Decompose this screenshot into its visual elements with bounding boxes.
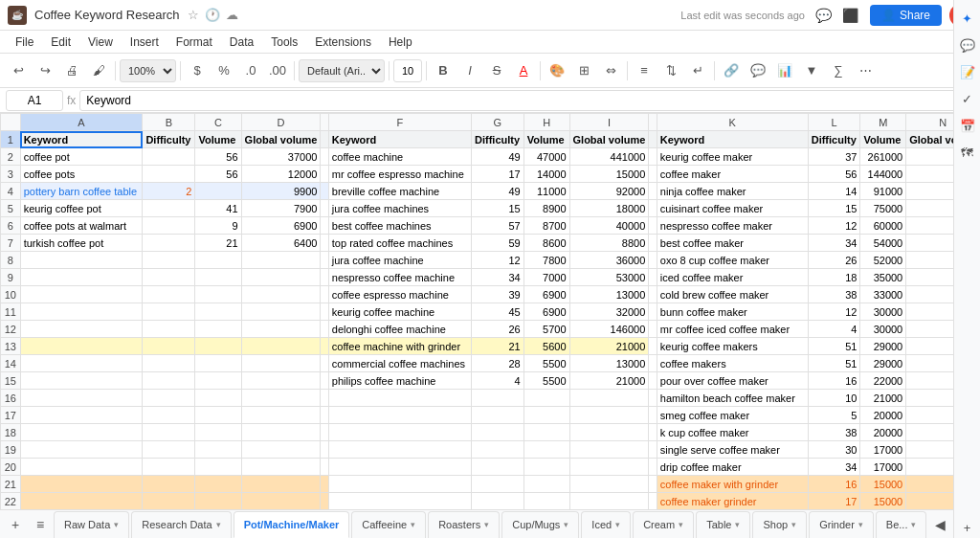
cell[interactable]: coffee espresso machine bbox=[328, 286, 471, 303]
cell[interactable]: 5500 bbox=[523, 355, 569, 372]
cell[interactable]: 21 bbox=[195, 235, 241, 252]
cell[interactable]: coffee maker grinder bbox=[657, 493, 808, 510]
cell[interactable]: 8700 bbox=[523, 217, 569, 235]
cell[interactable] bbox=[195, 493, 241, 510]
cell[interactable]: pour over coffee maker bbox=[657, 372, 808, 390]
cell[interactable]: 7000 bbox=[523, 269, 569, 286]
cell[interactable]: 13000 bbox=[569, 355, 649, 372]
cell[interactable]: 8600 bbox=[523, 235, 569, 252]
cell[interactable] bbox=[472, 476, 524, 493]
col-header-B[interactable]: B bbox=[143, 114, 195, 131]
cell[interactable] bbox=[649, 407, 657, 424]
menu-item-view[interactable]: View bbox=[80, 34, 121, 51]
cell[interactable] bbox=[143, 148, 195, 166]
cell[interactable]: 15 bbox=[472, 200, 524, 217]
cell[interactable]: oxo 8 cup coffee maker bbox=[657, 252, 808, 269]
cell[interactable]: keurig coffee pot bbox=[20, 200, 143, 217]
cell[interactable]: 45 bbox=[472, 303, 524, 321]
cell[interactable]: coffee machine bbox=[328, 148, 471, 166]
cell[interactable]: smeg coffee maker bbox=[657, 407, 808, 424]
cell[interactable]: 49 bbox=[472, 148, 524, 166]
cell[interactable] bbox=[321, 441, 328, 459]
cell[interactable] bbox=[321, 217, 328, 235]
cell-K1[interactable]: Keyword bbox=[657, 131, 808, 148]
cell[interactable] bbox=[321, 424, 328, 441]
comments-icon[interactable]: 💬 bbox=[813, 4, 835, 27]
cell[interactable] bbox=[195, 286, 241, 303]
cell[interactable]: 29000 bbox=[860, 338, 906, 355]
cell[interactable] bbox=[195, 459, 241, 476]
cell[interactable]: 30 bbox=[808, 441, 860, 459]
cell[interactable] bbox=[20, 476, 143, 493]
cell[interactable] bbox=[321, 390, 328, 407]
cell[interactable]: 20000 bbox=[860, 407, 906, 424]
align-button[interactable]: ≡ bbox=[632, 58, 657, 83]
cell[interactable] bbox=[321, 338, 328, 355]
cell[interactable]: 5500 bbox=[523, 372, 569, 390]
scroll-left-button[interactable]: ◀ bbox=[928, 513, 951, 536]
cell[interactable] bbox=[649, 441, 657, 459]
cell[interactable]: 5 bbox=[808, 407, 860, 424]
cell[interactable]: 8900 bbox=[523, 200, 569, 217]
notes-icon[interactable]: 📝 bbox=[957, 61, 978, 82]
cell[interactable] bbox=[649, 459, 657, 476]
valign-button[interactable]: ⇅ bbox=[658, 58, 683, 83]
cell[interactable] bbox=[20, 286, 143, 303]
cell[interactable] bbox=[241, 372, 321, 390]
cell[interactable] bbox=[321, 321, 328, 338]
cell[interactable] bbox=[328, 424, 471, 441]
menu-item-format[interactable]: Format bbox=[168, 34, 220, 51]
cell[interactable] bbox=[321, 148, 328, 166]
cell[interactable] bbox=[649, 286, 657, 303]
cell[interactable] bbox=[143, 269, 195, 286]
cell[interactable] bbox=[569, 390, 649, 407]
cell[interactable]: pottery barn coffee table bbox=[20, 183, 143, 200]
cell[interactable]: turkish coffee pot bbox=[20, 235, 143, 252]
cell[interactable]: jura coffee machine bbox=[328, 252, 471, 269]
explore-icon[interactable]: ✦ bbox=[957, 8, 978, 29]
cell[interactable] bbox=[241, 355, 321, 372]
cell[interactable]: 39 bbox=[472, 286, 524, 303]
wrap-button[interactable]: ↵ bbox=[685, 58, 710, 83]
cell[interactable]: iced coffee maker bbox=[657, 269, 808, 286]
cell[interactable] bbox=[523, 407, 569, 424]
cell[interactable]: 12 bbox=[808, 217, 860, 235]
cell[interactable]: 9900 bbox=[241, 183, 321, 200]
sheet-tab-cream[interactable]: Cream▾ bbox=[633, 511, 694, 538]
cell[interactable]: 32000 bbox=[569, 303, 649, 321]
cell-I1[interactable]: Global volume bbox=[569, 131, 649, 148]
cell[interactable]: 34 bbox=[808, 459, 860, 476]
cell[interactable]: 41 bbox=[195, 200, 241, 217]
cell[interactable] bbox=[523, 441, 569, 459]
cell[interactable]: 14 bbox=[808, 183, 860, 200]
menu-item-edit[interactable]: Edit bbox=[43, 34, 78, 51]
cell-reference-input[interactable] bbox=[6, 90, 63, 111]
text-color-button[interactable]: A bbox=[511, 58, 536, 83]
col-header-L[interactable]: L bbox=[808, 114, 860, 131]
fill-color-button[interactable]: 🎨 bbox=[545, 58, 569, 83]
cell[interactable] bbox=[472, 424, 524, 441]
cell[interactable]: 6900 bbox=[523, 286, 569, 303]
cell[interactable]: 30000 bbox=[860, 303, 906, 321]
sheet-tab-table[interactable]: Table▾ bbox=[696, 511, 750, 538]
cell[interactable]: 146000 bbox=[569, 321, 649, 338]
cell[interactable]: 40000 bbox=[569, 217, 649, 235]
cell[interactable] bbox=[321, 372, 328, 390]
cell[interactable]: 261000 bbox=[860, 148, 906, 166]
cell[interactable]: mr coffee espresso machine bbox=[328, 166, 471, 183]
cell[interactable] bbox=[649, 321, 657, 338]
cell[interactable]: breville coffee machine bbox=[328, 183, 471, 200]
cell[interactable] bbox=[569, 459, 649, 476]
cell[interactable] bbox=[649, 424, 657, 441]
cell[interactable]: 8800 bbox=[569, 235, 649, 252]
cell[interactable]: 30000 bbox=[860, 321, 906, 338]
cell[interactable] bbox=[649, 235, 657, 252]
cell[interactable]: 441000 bbox=[569, 148, 649, 166]
share-button[interactable]: 👤 Share bbox=[870, 5, 942, 26]
cell[interactable] bbox=[241, 441, 321, 459]
cell[interactable] bbox=[328, 407, 471, 424]
cell[interactable]: 47000 bbox=[523, 148, 569, 166]
cell[interactable] bbox=[569, 407, 649, 424]
cell[interactable] bbox=[195, 372, 241, 390]
italic-button[interactable]: I bbox=[457, 58, 482, 83]
